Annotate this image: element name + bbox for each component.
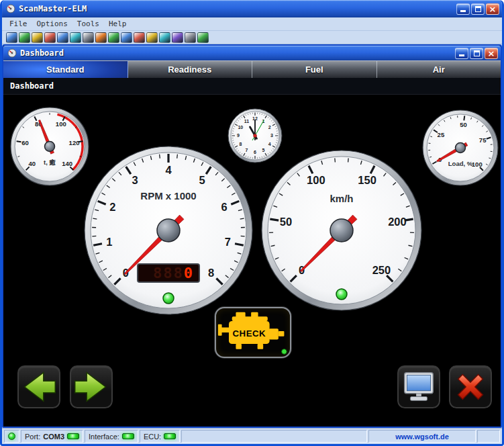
svg-text:11: 11	[244, 119, 250, 124]
toolbar-icon-15[interactable]	[185, 32, 196, 43]
svg-text:60: 60	[21, 139, 29, 146]
toolbar-icon-12[interactable]	[146, 32, 158, 43]
speed-gauge: 050100150200250km/h	[261, 150, 422, 314]
svg-text:100: 100	[472, 161, 483, 168]
svg-text:3: 3	[132, 174, 138, 186]
svg-text:5: 5	[199, 174, 205, 186]
dashboard-close-button[interactable]: ×	[485, 48, 498, 59]
svg-text:100: 100	[56, 120, 66, 128]
dashboard-subheader: Dashboard	[3, 78, 501, 95]
right-arrow-icon	[70, 365, 113, 408]
port-led	[67, 433, 79, 439]
svg-text:120: 120	[69, 139, 80, 146]
svg-text:150: 150	[358, 174, 376, 186]
svg-text:10: 10	[238, 125, 243, 130]
tab-standard[interactable]: Standard	[3, 61, 128, 78]
svg-text:100: 100	[307, 174, 325, 186]
toolbar-icon-8[interactable]	[95, 32, 107, 43]
check-label: CHECK	[233, 328, 266, 339]
port-label: Port:	[25, 433, 40, 441]
svg-text:Load, %: Load, %	[448, 160, 473, 167]
svg-text:4: 4	[268, 142, 271, 146]
svg-text:25: 25	[438, 131, 445, 138]
close-dashboard-button[interactable]	[448, 365, 493, 409]
svg-text:50: 50	[460, 121, 467, 128]
toolbar-icon-4[interactable]	[44, 32, 56, 43]
svg-text:8: 8	[239, 142, 242, 146]
clock-gauge: 123456789101112	[228, 108, 283, 166]
svg-text:6: 6	[254, 150, 256, 154]
port-panel: Port: COM3	[21, 430, 83, 443]
menu-tools[interactable]: Tools	[72, 18, 104, 30]
minimize-icon	[460, 10, 466, 12]
toolbar-icon-9[interactable]	[108, 32, 119, 43]
toolbar-icon-1[interactable]	[6, 32, 17, 43]
toolbar-icon-16[interactable]	[197, 32, 209, 43]
scanmaster-window: ScanMaster-ELM × File Options Tools Help…	[0, 0, 504, 446]
toolbar-icon-6[interactable]	[70, 32, 81, 43]
svg-text:250: 250	[372, 264, 391, 276]
dashboard-maximize-button[interactable]	[470, 48, 483, 59]
minimize-icon	[459, 54, 464, 56]
interface-led	[122, 433, 134, 439]
svg-text:6: 6	[221, 201, 228, 213]
svg-text:1: 1	[106, 236, 112, 248]
ecu-label: ECU:	[144, 433, 161, 441]
svg-text:8880: 8880	[153, 265, 194, 281]
menu-bar: File Options Tools Help	[2, 17, 502, 31]
rpm-gauge: 012345678RPM x 10008880	[84, 146, 253, 318]
tab-bar: Standard Readiness Fuel Air	[3, 60, 501, 78]
svg-text:3: 3	[270, 133, 273, 138]
app-icon	[6, 4, 15, 13]
maximize-icon	[475, 6, 481, 12]
svg-text:9: 9	[237, 133, 240, 138]
svg-text:7: 7	[225, 236, 231, 248]
website-panel: www.wgsoft.de	[368, 430, 476, 443]
dashboard-icon	[7, 48, 17, 58]
toolbar-icon-2[interactable]	[19, 32, 30, 43]
toolbar-icon-10[interactable]	[121, 32, 132, 43]
svg-text:140: 140	[62, 160, 72, 167]
toolbar-icon-11[interactable]	[134, 32, 145, 43]
dashboard-minimize-button[interactable]	[455, 48, 468, 59]
tab-fuel[interactable]: Fuel	[252, 61, 377, 78]
toolbar-icon-5[interactable]	[57, 32, 68, 43]
maximize-button[interactable]	[471, 3, 485, 15]
toolbar-icon-7[interactable]	[83, 32, 94, 43]
menu-help[interactable]: Help	[104, 18, 132, 30]
menu-options[interactable]: Options	[32, 18, 72, 30]
minimize-button[interactable]	[456, 3, 470, 15]
svg-text:t, 癒: t, 癒	[44, 159, 56, 166]
toolbar-icon-14[interactable]	[172, 32, 183, 43]
toolbar	[2, 31, 502, 44]
svg-text:RPM x 1000: RPM x 1000	[140, 190, 196, 202]
connection-status-panel	[4, 430, 19, 443]
status-tail-panel	[477, 430, 500, 443]
monitor-button[interactable]	[397, 365, 441, 409]
toolbar-icon-3[interactable]	[32, 32, 43, 43]
window-titlebar: ScanMaster-ELM ×	[2, 0, 502, 17]
toolbar-icon-13[interactable]	[159, 32, 170, 43]
status-led	[8, 433, 15, 440]
interface-panel: Interface:	[85, 430, 138, 443]
check-led	[282, 349, 287, 355]
svg-text:2: 2	[268, 125, 271, 130]
ecu-panel: ECU:	[140, 430, 180, 443]
next-button[interactable]	[69, 365, 113, 409]
svg-text:7: 7	[246, 148, 248, 152]
monitor-icon	[397, 365, 440, 408]
tab-readiness[interactable]: Readiness	[128, 61, 253, 78]
tab-air[interactable]: Air	[377, 61, 501, 78]
menu-file[interactable]: File	[5, 18, 32, 30]
dashboard-panel: CHECK	[3, 95, 501, 427]
close-button[interactable]: ×	[486, 3, 499, 15]
dashboard-title: Dashboard	[20, 48, 455, 58]
svg-text:5: 5	[262, 148, 265, 152]
svg-text:8: 8	[208, 267, 214, 279]
status-bar: Port: COM3 Interface: ECU: www.wgsoft.de	[2, 428, 502, 444]
website-link[interactable]: www.wgsoft.de	[395, 433, 449, 441]
svg-text:40: 40	[29, 160, 36, 167]
prev-button[interactable]	[17, 365, 61, 409]
port-value: COM3	[43, 433, 64, 441]
ecu-led	[164, 433, 176, 439]
